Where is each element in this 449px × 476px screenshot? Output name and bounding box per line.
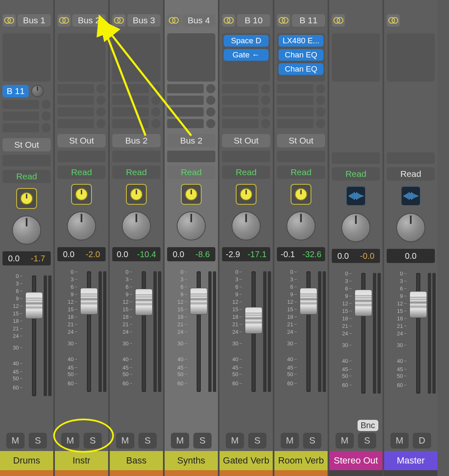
output-button[interactable]: St Out xyxy=(2,138,51,151)
send-slot-empty[interactable] xyxy=(167,84,204,93)
fader-cap[interactable] xyxy=(410,291,427,318)
send-slot-empty[interactable] xyxy=(277,119,313,128)
pan-mode-button[interactable] xyxy=(72,185,91,204)
automation-mode[interactable]: Read xyxy=(112,166,160,179)
fader-track[interactable] xyxy=(189,271,208,392)
sends-area[interactable] xyxy=(57,84,106,128)
send-slot-empty[interactable] xyxy=(167,119,204,128)
pan-knob[interactable] xyxy=(12,216,41,245)
send-knob-empty[interactable] xyxy=(261,84,270,93)
group-slot[interactable] xyxy=(277,151,325,162)
send-knob-empty[interactable] xyxy=(206,119,215,128)
stereo-mode-icon[interactable] xyxy=(57,14,71,27)
channel-name[interactable]: Drums xyxy=(0,451,53,470)
sends-area[interactable] xyxy=(112,84,160,128)
fader-cap[interactable] xyxy=(300,288,317,315)
send-slot-empty[interactable] xyxy=(167,107,204,117)
mute-button[interactable]: M xyxy=(281,433,299,449)
send-knob-empty[interactable] xyxy=(206,107,215,117)
automation-mode[interactable]: Read xyxy=(332,167,380,181)
send-slot-empty[interactable] xyxy=(277,96,313,105)
output-button[interactable]: St Out xyxy=(57,134,106,147)
pan-mode-button[interactable] xyxy=(291,185,311,204)
send-level-knob[interactable] xyxy=(31,85,44,97)
channel-name[interactable]: Synths xyxy=(165,451,218,470)
mute-button[interactable]: M xyxy=(171,433,189,449)
solo-button[interactable]: S xyxy=(248,433,266,449)
pan-knob[interactable] xyxy=(341,213,370,242)
fader-cap[interactable] xyxy=(355,290,372,316)
output-button[interactable]: St Out xyxy=(277,134,325,147)
send-knob-empty[interactable] xyxy=(42,112,51,121)
group-slot[interactable] xyxy=(222,151,270,162)
send-slot-empty[interactable] xyxy=(112,119,149,128)
send-slot-empty[interactable] xyxy=(57,107,94,117)
send-slot-empty[interactable] xyxy=(2,123,39,132)
solo-button[interactable]: S xyxy=(138,433,157,449)
pan-mode-button[interactable] xyxy=(17,189,36,208)
output-button[interactable]: Bus 2 xyxy=(112,134,160,147)
input-bus-button[interactable]: Bus 2 xyxy=(72,14,106,27)
send-knob-empty[interactable] xyxy=(261,107,270,117)
stereo-mode-icon[interactable] xyxy=(387,14,400,27)
mute-button[interactable]: M xyxy=(61,433,79,449)
fader-track[interactable] xyxy=(244,271,263,392)
send-knob-empty[interactable] xyxy=(151,119,160,128)
fader-track[interactable] xyxy=(299,271,318,392)
sends-area[interactable] xyxy=(167,84,215,128)
stereo-mode-icon[interactable] xyxy=(167,14,180,27)
stereo-mode-icon[interactable] xyxy=(112,14,126,27)
send-knob-empty[interactable] xyxy=(96,96,106,105)
inserts-area[interactable] xyxy=(332,33,380,82)
send-knob-empty[interactable] xyxy=(96,84,106,93)
output-button[interactable]: St Out xyxy=(222,134,270,147)
binaural-icon[interactable] xyxy=(401,186,420,206)
send-knob-empty[interactable] xyxy=(261,119,270,128)
inserts-area[interactable] xyxy=(387,33,435,82)
send-knob-empty[interactable] xyxy=(96,107,106,117)
mute-button[interactable]: M xyxy=(336,433,354,449)
stereo-mode-icon[interactable] xyxy=(222,14,235,27)
send-knob-empty[interactable] xyxy=(151,84,160,93)
input-bus-button[interactable]: Bus 1 xyxy=(17,14,51,27)
send-slot-empty[interactable] xyxy=(57,119,94,128)
send-slot-empty[interactable] xyxy=(222,84,259,93)
automation-mode[interactable]: Read xyxy=(57,166,106,179)
inserts-area[interactable] xyxy=(112,33,160,82)
automation-mode[interactable]: Read xyxy=(387,167,435,181)
fader-cap[interactable] xyxy=(80,288,98,315)
send-knob-empty[interactable] xyxy=(261,96,270,105)
send-slot-empty[interactable] xyxy=(2,112,39,121)
output-button[interactable]: Bus 2 xyxy=(167,134,215,147)
binaural-icon[interactable] xyxy=(346,186,365,206)
group-slot[interactable] xyxy=(57,151,106,162)
send-slot-empty[interactable] xyxy=(222,96,259,105)
automation-mode[interactable]: Read xyxy=(222,166,270,179)
sends-area[interactable] xyxy=(277,84,325,128)
pan-mode-button[interactable] xyxy=(127,185,146,204)
mute-button[interactable]: M xyxy=(390,433,409,449)
plugin-chip[interactable]: Gate ← xyxy=(224,49,269,61)
channel-name[interactable]: Instr xyxy=(55,451,108,470)
automation-mode[interactable]: Read xyxy=(167,166,215,179)
channel-name[interactable]: Gated Verb xyxy=(220,451,273,470)
solo-button[interactable]: D xyxy=(413,433,431,449)
automation-mode[interactable]: Read xyxy=(277,166,325,179)
inserts-area[interactable] xyxy=(167,33,215,82)
fader-track[interactable] xyxy=(79,271,99,392)
send-knob-empty[interactable] xyxy=(151,107,160,117)
fader-track[interactable] xyxy=(353,273,373,394)
group-slot[interactable] xyxy=(2,155,51,166)
pan-mode-button[interactable] xyxy=(237,185,256,204)
group-slot[interactable] xyxy=(112,151,160,162)
input-bus-button[interactable]: Bus 4 xyxy=(182,14,215,27)
inserts-area[interactable]: Space DGate ← xyxy=(222,33,270,82)
send-slot-empty[interactable] xyxy=(277,107,313,117)
fader-track[interactable] xyxy=(134,271,153,392)
mute-button[interactable]: M xyxy=(6,433,25,449)
send-slot-empty[interactable] xyxy=(57,84,94,93)
send-knob-empty[interactable] xyxy=(206,84,215,93)
fader-cap[interactable] xyxy=(135,289,153,315)
solo-button[interactable]: S xyxy=(303,433,321,449)
fader-track[interactable] xyxy=(24,275,44,396)
